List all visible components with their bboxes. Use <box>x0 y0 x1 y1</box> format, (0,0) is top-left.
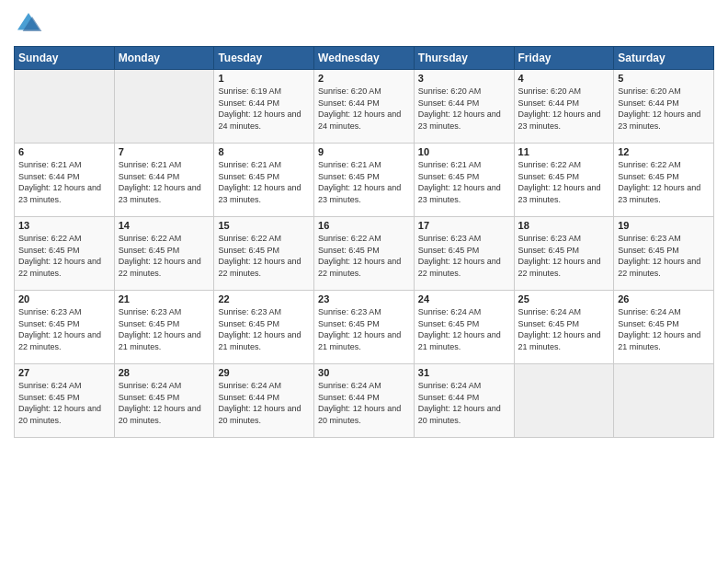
weekday-header: Monday <box>114 47 214 70</box>
calendar-table: SundayMondayTuesdayWednesdayThursdayFrid… <box>14 46 714 438</box>
day-number: 22 <box>218 293 310 304</box>
day-number: 25 <box>518 293 610 304</box>
calendar-day-cell: 12Sunrise: 6:22 AMSunset: 6:45 PMDayligh… <box>614 144 714 217</box>
calendar-day-cell <box>514 364 614 438</box>
day-info: Sunrise: 6:22 AMSunset: 6:45 PMDaylight:… <box>318 233 410 279</box>
day-info: Sunrise: 6:24 AMSunset: 6:44 PMDaylight:… <box>318 380 410 426</box>
day-info: Sunrise: 6:21 AMSunset: 6:44 PMDaylight:… <box>18 159 110 205</box>
calendar-day-cell: 20Sunrise: 6:23 AMSunset: 6:45 PMDayligh… <box>15 291 115 364</box>
calendar-day-cell: 15Sunrise: 6:22 AMSunset: 6:45 PMDayligh… <box>214 217 314 291</box>
calendar-day-cell: 10Sunrise: 6:21 AMSunset: 6:45 PMDayligh… <box>414 144 514 217</box>
day-number: 14 <box>119 220 210 231</box>
calendar-day-cell: 29Sunrise: 6:24 AMSunset: 6:44 PMDayligh… <box>214 364 314 438</box>
day-info: Sunrise: 6:21 AMSunset: 6:44 PMDaylight:… <box>119 159 210 205</box>
day-number: 9 <box>318 146 410 157</box>
day-info: Sunrise: 6:24 AMSunset: 6:45 PMDaylight:… <box>518 306 610 352</box>
day-info: Sunrise: 6:23 AMSunset: 6:45 PMDaylight:… <box>218 306 310 352</box>
header <box>14 9 714 39</box>
day-info: Sunrise: 6:24 AMSunset: 6:45 PMDaylight:… <box>618 306 710 352</box>
calendar-day-cell: 13Sunrise: 6:22 AMSunset: 6:45 PMDayligh… <box>15 217 115 291</box>
day-info: Sunrise: 6:24 AMSunset: 6:45 PMDaylight:… <box>119 380 210 426</box>
calendar-week-row: 1Sunrise: 6:19 AMSunset: 6:44 PMDaylight… <box>15 70 714 144</box>
day-number: 17 <box>418 220 510 231</box>
day-info: Sunrise: 6:22 AMSunset: 6:45 PMDaylight:… <box>618 159 710 205</box>
calendar-day-cell: 7Sunrise: 6:21 AMSunset: 6:44 PMDaylight… <box>114 144 214 217</box>
day-info: Sunrise: 6:21 AMSunset: 6:45 PMDaylight:… <box>318 159 410 205</box>
day-info: Sunrise: 6:21 AMSunset: 6:45 PMDaylight:… <box>218 159 310 205</box>
day-info: Sunrise: 6:24 AMSunset: 6:45 PMDaylight:… <box>418 306 510 352</box>
day-number: 26 <box>618 293 710 304</box>
day-info: Sunrise: 6:21 AMSunset: 6:45 PMDaylight:… <box>418 159 510 205</box>
day-info: Sunrise: 6:20 AMSunset: 6:44 PMDaylight:… <box>618 86 710 132</box>
page: SundayMondayTuesdayWednesdayThursdayFrid… <box>0 0 728 563</box>
day-info: Sunrise: 6:24 AMSunset: 6:44 PMDaylight:… <box>418 380 510 426</box>
calendar-day-cell <box>15 70 115 144</box>
day-info: Sunrise: 6:23 AMSunset: 6:45 PMDaylight:… <box>119 306 210 352</box>
day-number: 30 <box>318 367 410 378</box>
calendar-day-cell <box>614 364 714 438</box>
weekday-header: Friday <box>514 47 614 70</box>
weekday-header: Saturday <box>614 47 714 70</box>
calendar-day-cell: 21Sunrise: 6:23 AMSunset: 6:45 PMDayligh… <box>114 291 214 364</box>
day-info: Sunrise: 6:23 AMSunset: 6:45 PMDaylight:… <box>318 306 410 352</box>
calendar-day-cell: 28Sunrise: 6:24 AMSunset: 6:45 PMDayligh… <box>114 364 214 438</box>
calendar-day-cell: 14Sunrise: 6:22 AMSunset: 6:45 PMDayligh… <box>114 217 214 291</box>
day-info: Sunrise: 6:23 AMSunset: 6:45 PMDaylight:… <box>618 233 710 279</box>
day-number: 2 <box>318 73 410 84</box>
day-number: 28 <box>119 367 210 378</box>
day-number: 10 <box>418 146 510 157</box>
day-number: 16 <box>318 220 410 231</box>
day-info: Sunrise: 6:24 AMSunset: 6:44 PMDaylight:… <box>218 380 310 426</box>
day-number: 20 <box>18 293 110 304</box>
day-number: 8 <box>218 146 310 157</box>
day-number: 21 <box>119 293 210 304</box>
calendar-day-cell: 16Sunrise: 6:22 AMSunset: 6:45 PMDayligh… <box>314 217 415 291</box>
day-number: 1 <box>218 73 310 84</box>
calendar-day-cell: 1Sunrise: 6:19 AMSunset: 6:44 PMDaylight… <box>214 70 314 144</box>
calendar-week-row: 20Sunrise: 6:23 AMSunset: 6:45 PMDayligh… <box>15 291 714 364</box>
calendar-day-cell: 2Sunrise: 6:20 AMSunset: 6:44 PMDaylight… <box>314 70 415 144</box>
calendar-week-row: 27Sunrise: 6:24 AMSunset: 6:45 PMDayligh… <box>15 364 714 438</box>
calendar-week-row: 13Sunrise: 6:22 AMSunset: 6:45 PMDayligh… <box>15 217 714 291</box>
logo-icon <box>14 9 43 39</box>
logo <box>14 9 47 39</box>
calendar-week-row: 6Sunrise: 6:21 AMSunset: 6:44 PMDaylight… <box>15 144 714 217</box>
day-number: 31 <box>418 367 510 378</box>
day-number: 27 <box>18 367 110 378</box>
weekday-header: Tuesday <box>214 47 314 70</box>
day-info: Sunrise: 6:22 AMSunset: 6:45 PMDaylight:… <box>218 233 310 279</box>
day-info: Sunrise: 6:19 AMSunset: 6:44 PMDaylight:… <box>218 86 310 132</box>
calendar-day-cell: 27Sunrise: 6:24 AMSunset: 6:45 PMDayligh… <box>15 364 115 438</box>
day-info: Sunrise: 6:22 AMSunset: 6:45 PMDaylight:… <box>518 159 610 205</box>
day-info: Sunrise: 6:23 AMSunset: 6:45 PMDaylight:… <box>418 233 510 279</box>
day-info: Sunrise: 6:24 AMSunset: 6:45 PMDaylight:… <box>18 380 110 426</box>
calendar-day-cell: 25Sunrise: 6:24 AMSunset: 6:45 PMDayligh… <box>514 291 614 364</box>
day-number: 24 <box>418 293 510 304</box>
day-number: 18 <box>518 220 610 231</box>
weekday-header: Sunday <box>15 47 115 70</box>
day-info: Sunrise: 6:23 AMSunset: 6:45 PMDaylight:… <box>18 306 110 352</box>
weekday-header: Wednesday <box>314 47 415 70</box>
calendar-day-cell: 26Sunrise: 6:24 AMSunset: 6:45 PMDayligh… <box>614 291 714 364</box>
calendar-day-cell: 6Sunrise: 6:21 AMSunset: 6:44 PMDaylight… <box>15 144 115 217</box>
day-number: 15 <box>218 220 310 231</box>
day-info: Sunrise: 6:22 AMSunset: 6:45 PMDaylight:… <box>18 233 110 279</box>
day-number: 7 <box>119 146 210 157</box>
day-number: 6 <box>18 146 110 157</box>
calendar-day-cell: 18Sunrise: 6:23 AMSunset: 6:45 PMDayligh… <box>514 217 614 291</box>
weekday-header: Thursday <box>414 47 514 70</box>
calendar-day-cell: 17Sunrise: 6:23 AMSunset: 6:45 PMDayligh… <box>414 217 514 291</box>
calendar-day-cell: 30Sunrise: 6:24 AMSunset: 6:44 PMDayligh… <box>314 364 415 438</box>
day-number: 11 <box>518 146 610 157</box>
calendar-header-row: SundayMondayTuesdayWednesdayThursdayFrid… <box>15 47 714 70</box>
calendar-day-cell: 23Sunrise: 6:23 AMSunset: 6:45 PMDayligh… <box>314 291 415 364</box>
day-number: 4 <box>518 73 610 84</box>
calendar-day-cell: 11Sunrise: 6:22 AMSunset: 6:45 PMDayligh… <box>514 144 614 217</box>
day-number: 12 <box>618 146 710 157</box>
day-number: 13 <box>18 220 110 231</box>
calendar-day-cell: 22Sunrise: 6:23 AMSunset: 6:45 PMDayligh… <box>214 291 314 364</box>
calendar-day-cell: 24Sunrise: 6:24 AMSunset: 6:45 PMDayligh… <box>414 291 514 364</box>
day-info: Sunrise: 6:23 AMSunset: 6:45 PMDaylight:… <box>518 233 610 279</box>
day-info: Sunrise: 6:20 AMSunset: 6:44 PMDaylight:… <box>318 86 410 132</box>
day-number: 5 <box>618 73 710 84</box>
